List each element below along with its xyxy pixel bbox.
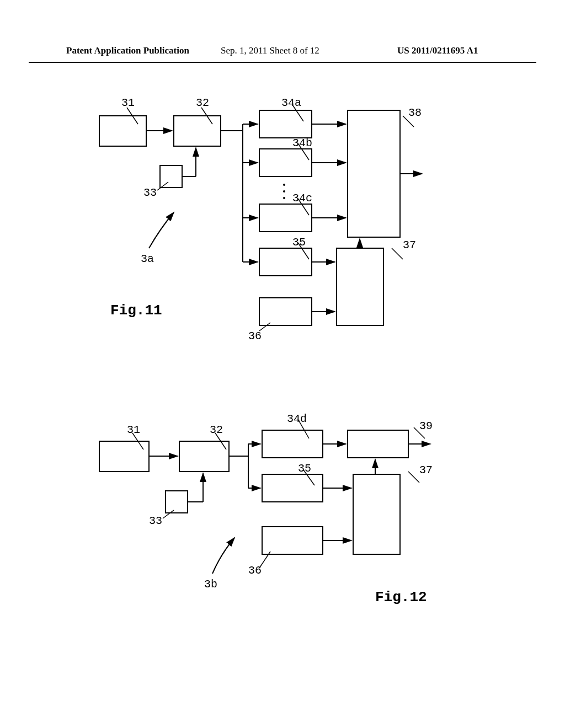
svg-line-37 — [392, 248, 403, 259]
header-mid: Sep. 1, 2011 Sheet 8 of 12 — [221, 45, 319, 56]
ref-3b: 3b — [204, 578, 217, 591]
svg-rect-6 — [259, 248, 312, 276]
svg-rect-41 — [166, 491, 188, 513]
svg-point-12 — [283, 197, 285, 199]
svg-rect-2 — [160, 165, 182, 188]
ref-36b: 36 — [248, 564, 262, 577]
svg-rect-46 — [353, 474, 400, 554]
svg-rect-7 — [259, 298, 312, 325]
svg-rect-42 — [262, 430, 323, 458]
ref-35b: 35 — [298, 462, 311, 475]
svg-rect-44 — [262, 527, 323, 554]
svg-point-10 — [283, 184, 285, 186]
svg-rect-39 — [99, 441, 149, 472]
ref-31b: 31 — [127, 424, 140, 436]
svg-rect-0 — [99, 116, 146, 146]
svg-rect-8 — [337, 248, 383, 325]
svg-rect-40 — [179, 441, 229, 472]
ref-39: 39 — [419, 420, 433, 432]
svg-rect-3 — [259, 110, 312, 138]
svg-rect-4 — [259, 149, 312, 176]
svg-rect-43 — [262, 474, 323, 502]
ref-36: 36 — [248, 330, 262, 342]
ref-34b: 34b — [292, 137, 312, 149]
figure-12: 31 32 33 34d 35 36 37 39 3b Fig.12 — [77, 408, 519, 629]
ref-34c: 34c — [292, 192, 312, 205]
ref-33: 33 — [143, 186, 157, 199]
ref-34d: 34d — [287, 413, 307, 425]
ref-32b: 32 — [210, 424, 223, 436]
ref-34a: 34a — [281, 97, 301, 109]
fig12-caption: Fig.12 — [375, 589, 427, 606]
svg-line-65 — [408, 472, 419, 483]
ref-32: 32 — [196, 97, 209, 109]
ref-38: 38 — [408, 106, 422, 119]
svg-point-11 — [283, 190, 285, 192]
figure-11: 31 32 33 34a 34b 34c 35 36 37 38 3a Fig.… — [77, 94, 519, 358]
svg-rect-1 — [174, 116, 221, 146]
fig11-caption: Fig.11 — [110, 302, 162, 319]
ref-35: 35 — [292, 236, 306, 249]
ref-31: 31 — [121, 97, 135, 109]
svg-rect-5 — [259, 204, 312, 232]
ref-37b: 37 — [419, 464, 433, 477]
ref-3a: 3a — [141, 253, 154, 265]
ref-33b: 33 — [149, 515, 162, 527]
ref-37: 37 — [403, 239, 416, 251]
header-left: Patent Application Publication — [66, 45, 189, 56]
header-right: US 2011/0211695 A1 — [397, 45, 478, 56]
svg-rect-9 — [348, 110, 400, 237]
svg-rect-45 — [348, 430, 408, 458]
